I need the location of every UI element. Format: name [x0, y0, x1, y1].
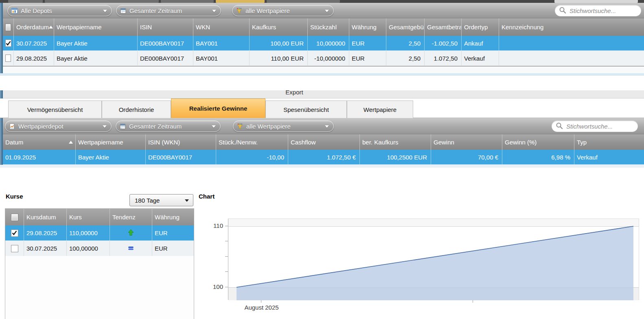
- timerange-filter-label: Gesamter Zeitraum: [129, 123, 182, 130]
- toolbar-segment-highlighted: [216, 0, 265, 3]
- table-row[interactable]: 29.08.2025 Bayer Aktie DE000BAY0017 BAY0…: [3, 51, 644, 66]
- chevron-down-icon: [185, 199, 189, 202]
- cell-tendenz: [110, 241, 152, 256]
- y-axis-tick: [225, 287, 228, 287]
- cell-gesamtbetrag: -1.002,50: [424, 36, 461, 50]
- column-header-cashflow[interactable]: Cashflow: [288, 134, 359, 150]
- search-input[interactable]: Stichwortsuche...: [555, 5, 641, 16]
- cell-stueckzahl: -10,000000: [307, 51, 349, 66]
- select-all-checkbox[interactable]: [11, 214, 18, 221]
- row-checkbox-unchecked[interactable]: [5, 55, 11, 62]
- column-header-isin-wkn[interactable]: ISIN (WKN): [145, 134, 216, 150]
- column-header-tendenz[interactable]: Tendenz: [110, 209, 152, 225]
- cell-typ: Verkauf: [574, 150, 644, 164]
- column-header-ber-kaufkurs[interactable]: ber. Kaufkurs: [359, 134, 431, 150]
- tab-orderhistorie[interactable]: Orderhistorie: [102, 101, 171, 118]
- x-axis-tick: [261, 300, 261, 303]
- securities-filter-dropdown[interactable]: alle Wertpapiere: [233, 120, 334, 132]
- column-header-wertpapiername[interactable]: Wertpapiername: [75, 134, 145, 150]
- chevron-down-icon: [103, 125, 107, 128]
- cell-datum: 01.09.2025: [3, 150, 75, 164]
- timerange-filter-label: Gesamter Zeitraum: [129, 7, 182, 14]
- clipped-toolbar-strip: [0, 0, 644, 3]
- select-all-checkbox[interactable]: [5, 24, 11, 31]
- tab-realisierte-gewinne[interactable]: Realisierte Gewinne: [171, 98, 265, 118]
- column-header-kennzeichnung[interactable]: Kennzeichnung: [499, 18, 644, 36]
- toolbar-segment: [45, 0, 159, 3]
- row-checkbox-checked[interactable]: [11, 229, 18, 237]
- column-header-stueckzahl[interactable]: Stückzahl: [307, 18, 349, 36]
- y-axis-tick-label: 100: [205, 283, 223, 290]
- table-row[interactable]: 30.07.2025 100,00000 EUR: [5, 241, 194, 256]
- column-header-kursdatum[interactable]: Kursdatum: [24, 209, 66, 225]
- depot-filter-dropdown[interactable]: Alle Depots: [7, 5, 112, 16]
- cell-wkn: BAY001: [193, 36, 249, 50]
- tab-wertpapiere[interactable]: Wertpapiere: [347, 101, 413, 118]
- column-header-waehrung[interactable]: Währung: [349, 18, 386, 36]
- trend-flat-icon: [127, 245, 134, 253]
- column-header-gesamtgebuehr[interactable]: Gesamtgebühr...: [386, 18, 424, 36]
- column-header-waehrung[interactable]: Währung: [152, 209, 194, 225]
- column-header-gewinn-prozent[interactable]: Gewinn (%): [502, 134, 574, 150]
- row-checkbox-checked[interactable]: [5, 39, 11, 47]
- column-header-stueck-nennw[interactable]: Stück./Nennw.: [216, 134, 288, 150]
- tab-spesenuebersicht[interactable]: Spesenübersicht: [265, 101, 347, 118]
- select-all-checkbox-cell: [3, 18, 13, 36]
- column-header-kaufkurs[interactable]: Kaufkurs: [249, 18, 307, 36]
- securities-filter-dropdown[interactable]: alle Wertpapiere: [232, 5, 334, 16]
- column-header-isin[interactable]: ISIN: [137, 18, 193, 36]
- sort-ascending-icon: [49, 26, 53, 28]
- panel-left-edge: [0, 3, 3, 73]
- chevron-down-icon: [212, 125, 216, 128]
- cell-orderdatum: 29.08.2025: [13, 51, 54, 66]
- gains-filter-bar: Wertpapierdepot Gesamter Zeitraum alle W…: [3, 118, 644, 134]
- export-label: Export: [265, 90, 324, 96]
- cell-kurs: 110,00000: [66, 225, 110, 240]
- timerange-filter-dropdown[interactable]: Gesamter Zeitraum: [116, 5, 221, 16]
- search-input[interactable]: Stichwortsuche...: [552, 120, 638, 132]
- column-header-datum[interactable]: Datum: [3, 134, 75, 150]
- cell-gewinn-prozent: 6,98 %: [502, 150, 574, 164]
- row-checkbox-cell: [3, 36, 13, 50]
- table-row[interactable]: 29.08.2025 110,00000 EUR: [5, 225, 194, 241]
- cell-orderdatum: 30.07.2025: [13, 36, 54, 50]
- column-header-wkn[interactable]: WKN: [193, 18, 249, 36]
- row-checkbox-unchecked[interactable]: [11, 245, 18, 252]
- orders-table-header: Orderdatum Wertpapiername ISIN WKN Kaufk…: [3, 18, 644, 36]
- tab-bar: Vermögensübersicht Orderhistorie Realisi…: [0, 98, 644, 118]
- price-chart: [228, 218, 639, 300]
- period-select[interactable]: 180 Tage: [129, 194, 193, 206]
- chevron-down-icon: [103, 10, 107, 12]
- row-checkbox-cell: [5, 241, 24, 256]
- column-header-wertpapiername[interactable]: Wertpapiername: [54, 18, 137, 36]
- depot-filter-label: Wertpapierdepot: [18, 123, 64, 130]
- column-header-orderdatum[interactable]: Orderdatum: [13, 18, 54, 36]
- cell-kursdatum: 29.08.2025: [24, 225, 66, 240]
- cell-ber-kaufkurs: 100,2500 EUR: [359, 150, 431, 164]
- column-header-kurs[interactable]: Kurs: [66, 209, 110, 225]
- column-header-gewinn[interactable]: Gewinn: [431, 134, 502, 150]
- cell-stueck-nennw: -10,00: [216, 150, 288, 164]
- column-header-gesamtbetrag[interactable]: Gesamtbetrag...: [424, 18, 461, 36]
- y-axis-tick: [225, 226, 228, 226]
- funnel-icon: [237, 123, 243, 130]
- period-select-value: 180 Tage: [135, 197, 160, 204]
- depot-icon: [11, 7, 18, 14]
- toolbar-segment: [267, 0, 340, 3]
- kurse-table-header: Kursdatum Kurs Tendenz Währung: [5, 209, 194, 225]
- kurse-section-title: Kurse: [6, 193, 23, 200]
- table-row[interactable]: 30.07.2025 Bayer Aktie DE000BAY0017 BAY0…: [3, 36, 644, 51]
- export-button[interactable]: Export: [0, 90, 644, 98]
- cell-kaufkurs: 110,00 EUR: [249, 51, 307, 66]
- cell-waehrung: EUR: [349, 36, 386, 50]
- column-header-typ[interactable]: Typ: [574, 134, 644, 150]
- timerange-filter-dropdown[interactable]: Gesamter Zeitraum: [116, 120, 221, 132]
- cell-kennzeichnung: [499, 36, 644, 50]
- cell-cashflow: 1.072,50 €: [288, 150, 359, 164]
- table-row[interactable]: 01.09.2025 Bayer Aktie DE000BAY0017 -10,…: [3, 150, 644, 165]
- column-header-ordertyp[interactable]: Ordertyp: [461, 18, 499, 36]
- tab-vermoegensuebersicht[interactable]: Vermögensübersicht: [8, 101, 102, 118]
- cell-ordertyp: Ankauf: [461, 36, 499, 50]
- calendar-icon: [119, 123, 126, 130]
- depot-filter-dropdown[interactable]: Wertpapierdepot: [5, 120, 112, 132]
